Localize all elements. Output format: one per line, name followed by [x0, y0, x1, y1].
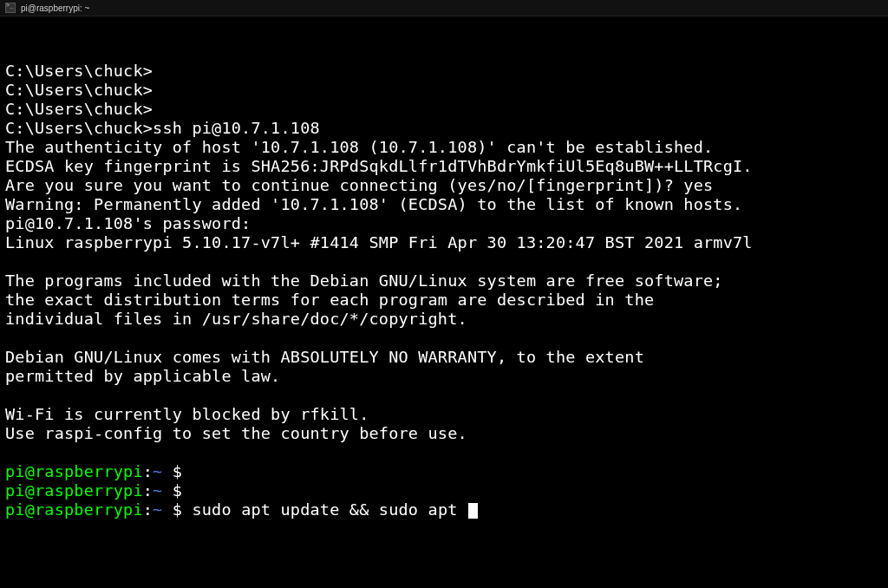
prompt-separator: :: [143, 481, 153, 500]
output-line: Are you sure you want to continue connec…: [5, 176, 713, 194]
output-line: permitted by applicable law.: [5, 367, 280, 385]
command-input[interactable]: sudo apt update && sudo apt: [192, 500, 467, 519]
prompt-sigil: $: [162, 462, 192, 480]
output-line: C:\Users\chuck>: [5, 62, 153, 80]
output-line: Debian GNU/Linux comes with ABSOLUTELY N…: [5, 348, 644, 366]
output-line: the exact distribution terms for each pr…: [5, 291, 654, 309]
output-line: pi@10.7.1.108's password:: [5, 214, 251, 232]
prompt-sigil: $: [162, 481, 192, 500]
output-line: C:\Users\chuck>: [5, 81, 153, 99]
output-line: individual files in /usr/share/doc/*/cop…: [5, 310, 467, 328]
prompt-separator: :: [143, 462, 153, 480]
window-titlebar[interactable]: pi@raspberrypi: ~: [0, 0, 888, 16]
prompt-path: ~: [153, 462, 162, 480]
output-line: Wi-Fi is currently blocked by rfkill.: [5, 405, 369, 423]
output-line: Use raspi-config to set the country befo…: [5, 424, 467, 442]
prompt-separator: :: [143, 500, 153, 519]
prompt-sigil: $: [162, 500, 192, 519]
output-line: C:\Users\chuck>ssh pi@10.7.1.108: [5, 119, 320, 137]
cursor-block: [468, 503, 478, 519]
prompt-user-host: pi@raspberrypi: [5, 500, 143, 519]
prompt-path: ~: [153, 500, 162, 519]
output-line: The authenticity of host '10.7.1.108 (10…: [5, 138, 713, 156]
output-line: ECDSA key fingerprint is SHA256:JRPdSqkd…: [5, 157, 753, 175]
output-line: The programs included with the Debian GN…: [5, 271, 723, 290]
prompt-path: ~: [153, 481, 162, 500]
prompt-user-host: pi@raspberrypi: [5, 481, 143, 500]
prompt-user-host: pi@raspberrypi: [5, 462, 143, 480]
terminal-output[interactable]: C:\Users\chuck> C:\Users\chuck> C:\Users…: [0, 16, 888, 525]
window-title: pi@raspberrypi: ~: [21, 3, 89, 13]
output-line: Linux raspberrypi 5.10.17-v7l+ #1414 SMP…: [5, 233, 753, 252]
output-line: Warning: Permanently added '10.7.1.108' …: [5, 195, 742, 213]
output-line: C:\Users\chuck>: [5, 100, 153, 118]
terminal-icon: [5, 3, 16, 13]
